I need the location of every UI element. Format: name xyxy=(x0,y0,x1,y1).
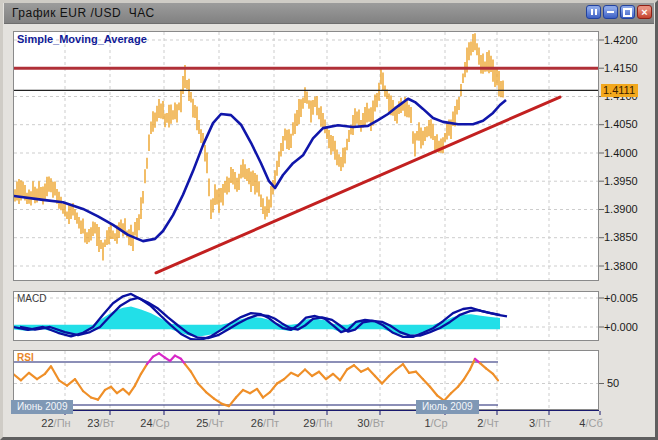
maximize-button[interactable] xyxy=(620,5,635,19)
macd-axis-tick: +0.005 xyxy=(604,292,638,304)
date-day: 22 xyxy=(41,417,53,429)
title-bar[interactable]: График EUR /USD ЧАС xyxy=(4,3,654,24)
date-day: 24 xyxy=(140,417,152,429)
pause-icon xyxy=(591,9,593,15)
window-buttons: × xyxy=(586,5,652,19)
date-weekday: /Пт xyxy=(263,417,279,429)
price-axis-tick: 1.3850 xyxy=(604,231,638,243)
date-weekday: /Чт xyxy=(208,417,223,429)
date-axis-label: 1/Ср xyxy=(414,417,458,429)
macd-panel[interactable] xyxy=(13,291,599,341)
month-badge: Июнь 2009 xyxy=(11,400,73,414)
date-axis-label: 30/Вт xyxy=(349,417,393,429)
date-axis-label: 4/Сб xyxy=(569,417,613,429)
price-axis-tick: 1.4150 xyxy=(604,62,638,74)
date-axis-label: 3/Пт xyxy=(518,417,562,429)
date-weekday: /Сб xyxy=(585,417,602,429)
minimize-button[interactable] xyxy=(603,5,618,19)
date-day: 26 xyxy=(251,417,263,429)
close-button[interactable]: × xyxy=(637,5,652,19)
close-icon: × xyxy=(641,7,647,17)
price-axis-tick: 1.3950 xyxy=(604,175,638,187)
month-badge: Июль 2009 xyxy=(416,400,479,414)
date-weekday: /Вт xyxy=(370,417,385,429)
rsi-panel[interactable] xyxy=(13,350,599,410)
window-title: График EUR /USD ЧАС xyxy=(4,6,155,20)
date-axis-label: 25/Чт xyxy=(188,417,232,429)
date-day: 25 xyxy=(196,417,208,429)
date-axis-label: 29/Пн xyxy=(296,417,340,429)
date-weekday: /Вт xyxy=(100,417,115,429)
date-weekday: /Чт xyxy=(483,417,498,429)
date-day: 23 xyxy=(87,417,99,429)
date-weekday: /Ср xyxy=(431,417,448,429)
minimize-icon xyxy=(607,11,614,13)
date-axis-label: 24/Ср xyxy=(133,417,177,429)
price-axis-tick: 1.3800 xyxy=(604,260,638,272)
date-day: 29 xyxy=(303,417,315,429)
date-axis-label: 22/Пн xyxy=(34,417,78,429)
maximize-icon xyxy=(623,8,632,17)
rsi-axis-tick: 50 xyxy=(607,377,619,389)
date-axis-label: 26/Пт xyxy=(243,417,287,429)
date-axis-label: 23/Вт xyxy=(79,417,123,429)
price-axis-tick: 1.4200 xyxy=(604,34,638,46)
date-weekday: /Ср xyxy=(153,417,170,429)
date-weekday: /Пн xyxy=(316,417,333,429)
chart-window: График EUR /USD ЧАС × Simple_Moving_Aver… xyxy=(0,0,658,440)
date-weekday: /Пт xyxy=(535,417,551,429)
date-axis-label: 2/Чт xyxy=(466,417,510,429)
current-price-tag: 1.4111 xyxy=(601,84,638,97)
price-chart-panel[interactable] xyxy=(13,31,599,281)
price-axis-tick: 1.4050 xyxy=(604,118,638,130)
pause-button[interactable] xyxy=(586,5,601,19)
date-weekday: /Пн xyxy=(54,417,71,429)
price-axis-tick: 1.3900 xyxy=(604,203,638,215)
date-day: 30 xyxy=(357,417,369,429)
macd-axis-tick: +0.000 xyxy=(604,321,638,333)
price-axis-tick: 1.4000 xyxy=(604,147,638,159)
